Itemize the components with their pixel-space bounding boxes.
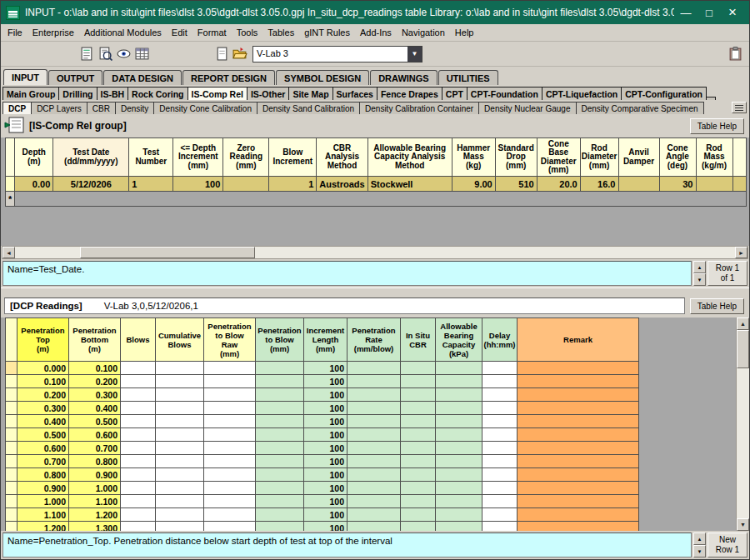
cell-in-situ-cbr[interactable] bbox=[401, 495, 436, 508]
cell-in-situ-cbr[interactable] bbox=[401, 362, 436, 375]
cell-remark[interactable] bbox=[518, 388, 639, 402]
cell-penetration-bottom-m[interactable]: 1.000 bbox=[69, 482, 121, 495]
cell-in-situ-cbr[interactable] bbox=[401, 388, 436, 402]
dcp-key-field[interactable]: [DCP Readings] V-Lab 3,0,5/12/0206,1 bbox=[4, 298, 685, 314]
table-help-button-dcp[interactable]: Table Help bbox=[690, 298, 744, 314]
row-selector[interactable] bbox=[6, 508, 18, 522]
cell-blows[interactable] bbox=[121, 415, 156, 428]
cell-cbr-analysis-method[interactable]: Austroads bbox=[317, 177, 368, 192]
menu-add-ins[interactable]: Add-Ins bbox=[355, 25, 397, 40]
cell-penetration-to-blow-mm[interactable] bbox=[256, 442, 304, 455]
cell-zero-reading-mm[interactable] bbox=[223, 177, 269, 192]
vertical-scrollbar[interactable]: ▲ ▼ bbox=[736, 318, 749, 531]
cell-penetration-bottom-m[interactable]: 1.200 bbox=[69, 508, 121, 522]
cell-cumulative-blows[interactable] bbox=[156, 482, 204, 495]
group-form-icon[interactable] bbox=[4, 117, 24, 135]
cell-penetration-to-blow-raw-mm[interactable] bbox=[204, 522, 256, 532]
cell-blow-increment[interactable]: 1 bbox=[269, 177, 317, 192]
cell-blows[interactable] bbox=[121, 402, 156, 415]
cell-cone-angle-deg[interactable]: 30 bbox=[659, 177, 696, 192]
cell-allowable-bearing-capacity-kpa[interactable] bbox=[436, 522, 482, 532]
tab-main-group[interactable]: Main Group bbox=[2, 87, 59, 100]
cell-remark[interactable] bbox=[518, 455, 639, 468]
scroll-left-icon[interactable]: ◄ bbox=[2, 247, 15, 258]
cell-increment-length-mm[interactable]: 100 bbox=[304, 495, 348, 508]
cell-penetration-to-blow-mm[interactable] bbox=[256, 522, 304, 532]
cell-penetration-top-m[interactable]: 0.900 bbox=[18, 482, 69, 495]
cell-penetration-rate-mm-blow[interactable] bbox=[348, 495, 401, 508]
cell-penetration-to-blow-raw-mm[interactable] bbox=[204, 482, 256, 495]
new-row-selector[interactable]: * bbox=[6, 192, 15, 207]
cell-cumulative-blows[interactable] bbox=[156, 428, 204, 442]
hscroll-thumb[interactable] bbox=[80, 247, 255, 258]
cell-cumulative-blows[interactable] bbox=[156, 402, 204, 415]
tab-density-comparative-specimen[interactable]: Density Comparative Specimen bbox=[576, 102, 704, 114]
cell-increment-length-mm[interactable]: 100 bbox=[304, 455, 348, 468]
cell-increment-length-mm[interactable]: 100 bbox=[304, 482, 348, 495]
cell-allowable-bearing-capacity-kpa[interactable] bbox=[436, 482, 482, 495]
cell-penetration-rate-mm-blow[interactable] bbox=[348, 388, 401, 402]
cell-penetration-rate-mm-blow[interactable] bbox=[348, 455, 401, 468]
cell-penetration-bottom-m[interactable]: 0.400 bbox=[69, 402, 121, 415]
cell-cumulative-blows[interactable] bbox=[156, 415, 204, 428]
scroll-down-icon[interactable]: ▼ bbox=[693, 273, 706, 286]
cell-penetration-to-blow-mm[interactable] bbox=[256, 428, 304, 442]
cell-penetration-to-blow-mm[interactable] bbox=[256, 415, 304, 428]
cell-allowable-bearing-capacity-kpa[interactable] bbox=[436, 468, 482, 482]
cell-penetration-to-blow-mm[interactable] bbox=[256, 508, 304, 522]
close-button[interactable]: × bbox=[721, 3, 744, 22]
cell-penetration-rate-mm-blow[interactable] bbox=[348, 375, 401, 388]
tab-site-map[interactable]: Site Map bbox=[288, 87, 332, 100]
cell-penetration-top-m[interactable]: 0.100 bbox=[18, 375, 69, 388]
tab-surfaces[interactable]: Surfaces bbox=[332, 87, 378, 100]
scroll-down-icon[interactable]: ▼ bbox=[693, 545, 706, 558]
cell-penetration-to-blow-raw-mm[interactable] bbox=[204, 508, 256, 522]
cell-increment-length-mm[interactable]: 100 bbox=[304, 442, 348, 455]
cell-cumulative-blows[interactable] bbox=[156, 442, 204, 455]
row-selector[interactable] bbox=[6, 522, 18, 532]
status-mini-scrollbar[interactable]: ▲ ▼ bbox=[693, 261, 706, 286]
cell-penetration-top-m[interactable]: 0.300 bbox=[18, 402, 69, 415]
cell-penetration-to-blow-raw-mm[interactable] bbox=[204, 415, 256, 428]
menu-help[interactable]: Help bbox=[450, 25, 479, 40]
cell-depth-increment-mm[interactable]: 100 bbox=[173, 177, 223, 192]
tab-cbr[interactable]: CBR bbox=[87, 102, 116, 114]
cell-blows[interactable] bbox=[121, 388, 156, 402]
tab-data-design[interactable]: DATA DESIGN bbox=[103, 70, 182, 85]
cell-in-situ-cbr[interactable] bbox=[401, 482, 436, 495]
menu-format[interactable]: Format bbox=[192, 25, 232, 40]
cell-penetration-to-blow-raw-mm[interactable] bbox=[204, 402, 256, 415]
tab-list-icon[interactable] bbox=[732, 102, 747, 113]
menu-tables[interactable]: Tables bbox=[262, 25, 299, 40]
cell-penetration-to-blow-mm[interactable] bbox=[256, 402, 304, 415]
tab-is-comp-rel[interactable]: IS-Comp Rel bbox=[188, 87, 248, 100]
vscroll-track[interactable] bbox=[737, 330, 749, 518]
cell-blows[interactable] bbox=[121, 468, 156, 482]
cell-in-situ-cbr[interactable] bbox=[401, 522, 436, 532]
cell-penetration-top-m[interactable]: 0.500 bbox=[18, 428, 69, 442]
table-help-button-top[interactable]: Table Help bbox=[690, 118, 744, 134]
cell-delay-hh-mm[interactable] bbox=[482, 388, 518, 402]
cell-penetration-top-m[interactable]: 0.800 bbox=[18, 468, 69, 482]
cell-penetration-to-blow-raw-mm[interactable] bbox=[204, 442, 256, 455]
cell-cumulative-blows[interactable] bbox=[156, 362, 204, 375]
menu-navigation[interactable]: Navigation bbox=[397, 25, 450, 40]
cell-increment-length-mm[interactable]: 100 bbox=[304, 388, 348, 402]
scroll-up-icon[interactable]: ▲ bbox=[737, 318, 749, 330]
tab-density-sand-calibration[interactable]: Density Sand Calibration bbox=[257, 102, 360, 114]
horizontal-scrollbar[interactable]: ◄ ► bbox=[2, 246, 748, 259]
maximize-button[interactable]: □ bbox=[698, 3, 721, 22]
cell-blows[interactable] bbox=[121, 482, 156, 495]
cell-penetration-bottom-m[interactable]: 0.600 bbox=[69, 428, 121, 442]
cell-in-situ-cbr[interactable] bbox=[401, 415, 436, 428]
chevron-down-icon[interactable]: ▼ bbox=[408, 47, 422, 62]
cell-delay-hh-mm[interactable] bbox=[482, 508, 518, 522]
cell-allowable-bearing-capacity-kpa[interactable] bbox=[436, 375, 482, 388]
tab-dcp-layers[interactable]: DCP Layers bbox=[31, 102, 88, 114]
cell-rod-diameter-mm[interactable]: 16.0 bbox=[580, 177, 618, 192]
row-selector[interactable] bbox=[6, 442, 18, 455]
row-selector[interactable] bbox=[6, 455, 18, 468]
menu-edit[interactable]: Edit bbox=[167, 25, 192, 40]
row-selector[interactable] bbox=[6, 468, 18, 482]
cell-cone-base-diameter-mm[interactable]: 20.0 bbox=[537, 177, 580, 192]
